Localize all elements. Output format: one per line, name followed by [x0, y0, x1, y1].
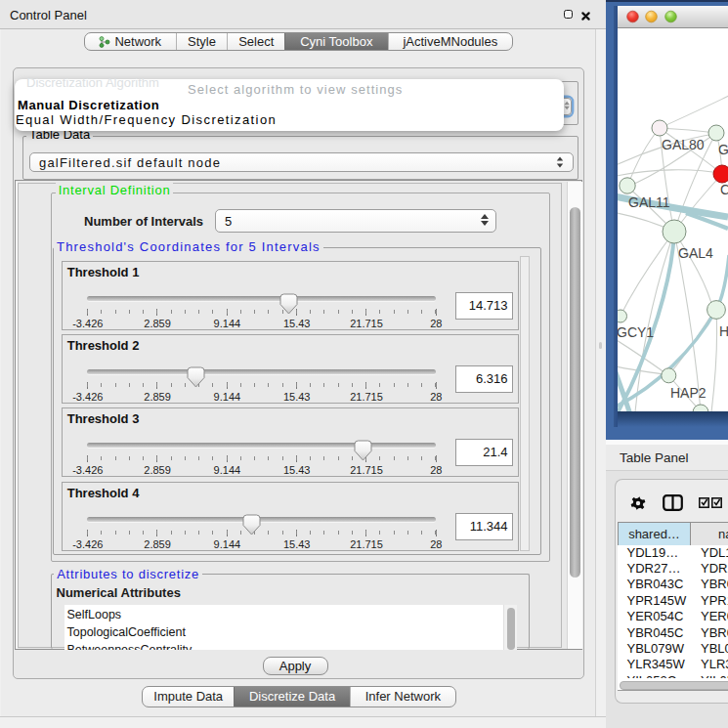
- svg-text:C: C: [720, 182, 728, 197]
- svg-text:GAL11: GAL11: [628, 194, 670, 210]
- svg-text:GCY1: GCY1: [618, 324, 654, 340]
- svg-text:GAL4: GAL4: [678, 245, 713, 261]
- svg-text:GAL80: GAL80: [662, 137, 705, 152]
- svg-text:GA: GA: [718, 142, 728, 157]
- svg-text:H: H: [719, 323, 728, 339]
- svg-text:HAP2: HAP2: [670, 385, 707, 401]
